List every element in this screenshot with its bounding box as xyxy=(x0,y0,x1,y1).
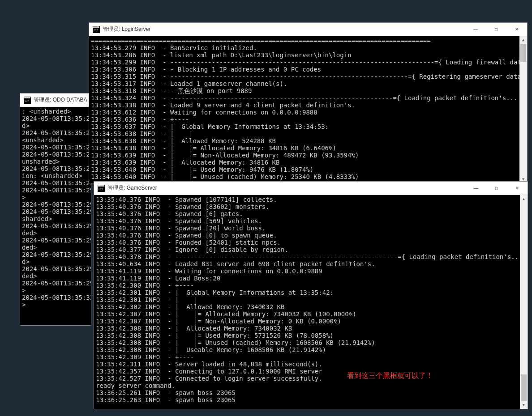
terminal-line: _ xyxy=(96,403,526,409)
login-controls: — □ ✕ xyxy=(465,23,527,36)
terminal-line: 2024-05-08T13:35:29 xyxy=(22,187,89,194)
terminal-line: 2024-05-08T13:35:29. xyxy=(22,280,89,287)
terminal-line: 13:34:53.315 INFO - --------------------… xyxy=(91,73,525,80)
scroll-down-icon[interactable]: ▼ xyxy=(520,401,528,409)
terminal-line: 13:35:42.308 INFO - | |= Unused (cached)… xyxy=(96,339,526,346)
terminal-line: 13:35:40.376 INFO - Spawned [6] gates. xyxy=(96,210,526,217)
game-controls: — □ ✕ xyxy=(466,182,528,195)
terminal-line: 13:35:40.376 INFO - Founded [52401] stat… xyxy=(96,239,526,246)
terminal-line: 2024-05-08T13:35:29 xyxy=(22,151,89,158)
cmd-icon: C:\ xyxy=(98,185,105,192)
terminal-line: 13:34:53.299 INFO - --------------------… xyxy=(91,59,525,66)
terminal-line: 2024-05-08T13:35:29. xyxy=(22,265,89,272)
terminal-line: d> xyxy=(22,122,89,129)
login-titlebar[interactable]: C:\ 管理员: LoginServer — □ ✕ xyxy=(89,23,527,36)
terminal-line: 2024-05-08T13:35:29 xyxy=(22,129,89,136)
terminal-line: 13:34:53.639 INFO - | Allocated Memory: … xyxy=(91,159,525,166)
terminal-line: 13:35:42.300 INFO - +---- xyxy=(96,282,526,289)
close-button[interactable]: ✕ xyxy=(507,182,528,195)
terminal-line: 13:35:40.376 INFO - Spawned [20] world b… xyxy=(96,225,526,232)
maximize-button[interactable]: □ xyxy=(486,182,507,195)
annotation-text: 看到这三个黑框就可以了！ xyxy=(347,371,433,381)
login-terminal[interactable]: ========================================… xyxy=(89,36,527,183)
login-window: C:\ 管理员: LoginServer — □ ✕ =============… xyxy=(89,22,528,183)
terminal-line: 13:35:40.376 INFO - Spawned [1077141] co… xyxy=(96,196,526,203)
terminal-line: : <unsharded> xyxy=(22,108,89,115)
terminal-line: > xyxy=(22,194,89,201)
game-scrollbar[interactable]: ▲ ▼ xyxy=(520,195,528,409)
terminal-line: 2024-05-08T13:35:29 xyxy=(22,208,89,215)
terminal-line: 13:35:42.301 INFO - | | xyxy=(96,296,526,303)
terminal-line: 13:35:40.376 INFO - Spawned [0] to spawn… xyxy=(96,232,526,239)
scroll-thumb[interactable] xyxy=(521,374,527,401)
terminal-line: 13:35:42.527 INFO - Connected to login s… xyxy=(96,375,526,382)
terminal-line: <unsharded> xyxy=(22,136,89,144)
game-titlebar[interactable]: C:\ 管理员: GameServer — □ ✕ xyxy=(94,182,528,195)
close-button[interactable]: ✕ xyxy=(506,23,527,36)
terminal-line: 13:35:41.119 INFO - Load Boss:20 xyxy=(96,275,526,282)
terminal-line: 13:35:42.307 INFO - | |= Allocated Memor… xyxy=(96,310,526,318)
terminal-line: 2024-05-08T13:35:29 xyxy=(22,179,89,187)
game-window: C:\ 管理员: GameServer — □ ✕ 13:35:40.376 I… xyxy=(94,181,528,409)
db-terminal[interactable]: : <unsharded>2024-05-08T13:35:29d>2024-0… xyxy=(20,107,91,325)
terminal-line: > xyxy=(22,287,89,294)
login-title: 管理员: LoginServer xyxy=(103,25,465,33)
terminal-line: unsharded> xyxy=(22,158,89,165)
terminal-line: 2024-05-08T13:35:29 xyxy=(22,237,89,244)
terminal-line: 13:35:42.307 INFO - | |= Non-Allocated M… xyxy=(96,318,526,325)
terminal-line: 13:34:53.637 INFO - | Global Memory Info… xyxy=(91,123,525,130)
db-titlebar[interactable]: C:\ 管理员: ODO DATABA xyxy=(20,93,91,107)
terminal-line: 13:34:53.640 INFO - | |= Unused (cached)… xyxy=(91,173,525,180)
terminal-line: d> xyxy=(22,258,89,265)
cmd-icon: C:\ xyxy=(93,26,100,33)
svg-text:C:\: C:\ xyxy=(99,187,103,191)
terminal-line: 2024-05-08T13:35:29 xyxy=(22,115,89,122)
terminal-line: 2024-05-08T13:35:32. xyxy=(22,294,89,301)
terminal-line: 13:35:42.309 INFO - +---- xyxy=(96,353,526,361)
cmd-icon: C:\ xyxy=(24,97,31,104)
terminal-line: 13:34:53.639 INFO - | |= Non-Allocated M… xyxy=(91,152,525,159)
terminal-line: ion: <unsharded> xyxy=(22,172,89,179)
scroll-track[interactable] xyxy=(519,44,527,175)
svg-rect-1 xyxy=(24,97,30,98)
login-scrollbar[interactable]: ▲ ▼ xyxy=(519,36,527,183)
scroll-up-icon[interactable]: ▲ xyxy=(519,36,527,44)
terminal-line: 13:34:53.612 INFO - Waiting for connecti… xyxy=(91,109,525,116)
svg-rect-4 xyxy=(93,26,99,28)
db-window: C:\ 管理员: ODO DATABA : <unsharded>2024-05… xyxy=(20,93,91,326)
scroll-up-icon[interactable]: ▲ xyxy=(520,195,528,203)
svg-rect-7 xyxy=(98,185,104,187)
scroll-track[interactable] xyxy=(520,203,528,401)
terminal-line: 2024-05-08T13:35:29 xyxy=(22,222,89,229)
terminal-line: 13:35:40.376 INFO - Spawned [569] vehicl… xyxy=(96,217,526,225)
terminal-line: 13:34:53.286 INFO - listen xml path D:\L… xyxy=(91,51,525,59)
terminal-line: 13:34:53.324 INFO - --------------------… xyxy=(91,94,525,102)
terminal-line: 13:36:25.261 INFO - spawn boss 23065 xyxy=(96,389,526,396)
terminal-line: 13:34:53.638 INFO - | Allowed Memory: 52… xyxy=(91,137,525,144)
terminal-line: 13:34:53.317 INFO - Loaded 1 gameserver … xyxy=(91,80,525,87)
maximize-button[interactable]: □ xyxy=(486,23,506,36)
minimize-button[interactable]: — xyxy=(465,23,486,36)
terminal-line: 13:34:53.306 INFO - - Blocking 1 IP addr… xyxy=(91,66,525,73)
terminal-line: 13:34:53.638 INFO - | |= Allocated Memor… xyxy=(91,144,525,152)
terminal-line: 13:35:42.308 INFO - | |= Used Memory: 57… xyxy=(96,332,526,339)
minimize-button[interactable]: — xyxy=(466,182,486,195)
terminal-line: 13:34:53.338 INFO - Loaded 9 server and … xyxy=(91,102,525,109)
terminal-line: 13:35:42.357 INFO - Connecting to 127.0.… xyxy=(96,368,526,375)
terminal-line: > xyxy=(22,301,89,308)
terminal-line: 13:35:42.308 INFO - | Allocated Memory: … xyxy=(96,325,526,332)
terminal-line: 13:35:42.308 INFO - | Useable Memory: 16… xyxy=(96,346,526,353)
db-title: 管理员: ODO DATABA xyxy=(34,96,91,104)
terminal-line: ded> xyxy=(22,272,89,280)
game-title: 管理员: GameServer xyxy=(107,184,466,192)
terminal-line: 2024-05-08T13:35:29 xyxy=(22,144,89,151)
terminal-line: 13:35:42.301 INFO - | Global Memory Info… xyxy=(96,289,526,296)
terminal-line: 13:34:53.638 INFO - | | xyxy=(91,130,525,137)
game-terminal[interactable]: 13:35:40.376 INFO - Spawned [1077141] co… xyxy=(94,195,528,409)
scroll-thumb[interactable] xyxy=(520,44,526,62)
terminal-line: 13:34:53.279 INFO - BanService initializ… xyxy=(91,44,525,51)
svg-text:C:\: C:\ xyxy=(94,28,99,32)
terminal-line: 2024-05-08T13:35:29 xyxy=(22,201,89,208)
terminal-line: 2024-05-08T13:35:29 xyxy=(22,165,89,172)
terminal-line: 2024-05-08T13:35:29 xyxy=(22,251,89,258)
